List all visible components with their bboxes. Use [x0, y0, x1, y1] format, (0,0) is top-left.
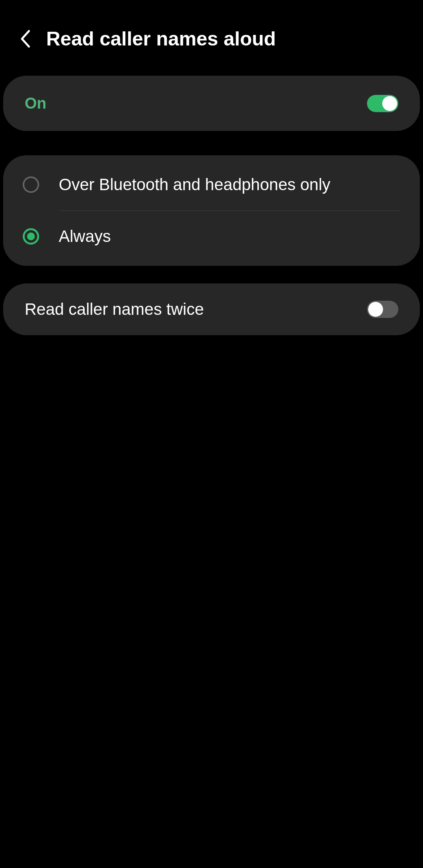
main-toggle-switch[interactable]: [367, 95, 398, 112]
radio-option-bluetooth[interactable]: Over Bluetooth and headphones only: [3, 159, 420, 211]
page-title: Read caller names aloud: [46, 27, 276, 50]
radio-label-container: Over Bluetooth and headphones only: [59, 174, 400, 196]
secondary-toggle-card[interactable]: Read caller names twice: [3, 283, 420, 335]
secondary-toggle-switch[interactable]: [367, 301, 398, 318]
radio-circle-selected-icon: [23, 228, 39, 245]
radio-label: Always: [59, 226, 400, 247]
radio-option-always[interactable]: Always: [3, 211, 420, 262]
secondary-toggle-label: Read caller names twice: [25, 300, 204, 319]
main-toggle-label: On: [25, 94, 47, 112]
radio-label: Over Bluetooth and headphones only: [59, 174, 400, 196]
radio-label-container: Always: [59, 226, 400, 247]
back-icon[interactable]: [20, 29, 31, 48]
radio-group-card: Over Bluetooth and headphones only Alway…: [3, 155, 420, 266]
toggle-thumb: [368, 302, 383, 317]
main-toggle-card[interactable]: On: [3, 76, 420, 131]
toggle-thumb: [382, 96, 397, 111]
radio-circle-unselected-icon: [23, 176, 39, 193]
header: Read caller names aloud: [0, 0, 423, 66]
